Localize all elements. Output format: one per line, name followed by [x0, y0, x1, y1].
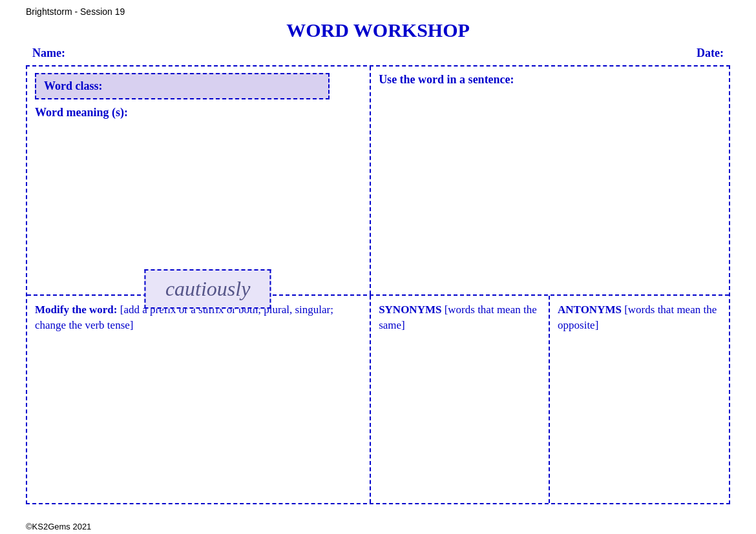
word-overlay: cautiously: [145, 269, 271, 309]
antonyms-label: ANTONYMS [words that mean the opposite]: [558, 302, 721, 333]
name-date-row: Name: Date:: [26, 46, 730, 60]
footer: ©KS2Gems 2021: [26, 522, 91, 531]
footer-label: ©KS2Gems 2021: [26, 522, 91, 531]
synonyms-label: SYNONYMS [words that mean the same]: [379, 302, 541, 333]
use-in-sentence-label: Use the word in a sentence:: [379, 73, 721, 87]
synonyms-bold: SYNONYMS: [379, 303, 441, 316]
antonyms-bold: ANTONYMS: [558, 303, 622, 316]
modify-bold: Modify the word:: [35, 303, 117, 316]
bottom-left-panel: Modify the word: [add a prefix or a suff…: [27, 296, 371, 503]
bottom-right-panel: ANTONYMS [words that mean the opposite]: [550, 296, 729, 503]
main-grid: Word class: Word meaning (s): cautiously…: [26, 65, 730, 504]
word-meaning-label: Word meaning (s):: [35, 106, 362, 119]
name-label: Name:: [32, 46, 65, 60]
bottom-middle-panel: SYNONYMS [words that mean the same]: [371, 296, 550, 503]
word-text: cautiously: [165, 277, 251, 300]
left-panel: Word class: Word meaning (s): cautiously: [27, 67, 371, 294]
top-section: Word class: Word meaning (s): cautiously…: [27, 67, 729, 296]
bottom-section: Modify the word: [add a prefix or a suff…: [27, 296, 729, 503]
date-label: Date:: [697, 46, 724, 60]
word-class-label: Word class:: [44, 79, 103, 92]
word-class-box: Word class:: [35, 73, 330, 99]
main-title: WORD WORKSHOP: [26, 19, 730, 41]
session-label: Brightstorm - Session 19: [26, 6, 125, 17]
right-panel: Use the word in a sentence:: [371, 67, 729, 294]
